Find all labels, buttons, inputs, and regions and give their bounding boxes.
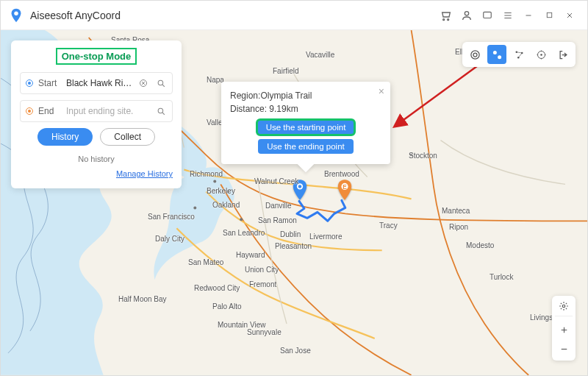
app-window: Aiseesoft AnyCoord (0, 0, 588, 376)
svg-point-19 (28, 110, 31, 113)
no-history-text: No history (20, 155, 173, 163)
search-start-icon[interactable] (154, 77, 168, 90)
app-title: Aiseesoft AnyCoord (30, 10, 121, 21)
mode-title: One-stop Mode (56, 48, 137, 65)
zoom-control (552, 296, 576, 361)
svg-rect-3 (547, 13, 551, 17)
clear-start-icon[interactable] (137, 77, 150, 90)
svg-point-7 (240, 218, 243, 221)
svg-point-1 (465, 11, 468, 15)
mode-modify-icon[interactable] (465, 45, 484, 64)
svg-point-5 (213, 180, 216, 182)
start-input[interactable]: Black Hawk Ridge Roa (66, 78, 132, 88)
svg-point-9 (410, 154, 413, 157)
start-field[interactable]: Start Black Hawk Ridge Roa (20, 72, 173, 94)
end-input[interactable]: Input ending site. (66, 106, 150, 116)
end-pin-small-icon (25, 107, 34, 116)
zoom-out-button[interactable] (555, 340, 573, 358)
popup-region: Region:Olympia Trail (230, 91, 381, 101)
mode-joystick-icon[interactable] (531, 45, 551, 64)
svg-point-0 (14, 11, 18, 15)
user-icon[interactable] (456, 5, 477, 26)
svg-point-6 (226, 190, 229, 193)
map-mode-toolbar (462, 42, 576, 67)
app-logo-icon (8, 7, 24, 24)
svg-point-28 (540, 54, 542, 56)
minimize-button[interactable] (518, 5, 539, 26)
end-label: End (38, 106, 62, 116)
popup-distance: Distance: 9.19km (230, 104, 381, 114)
svg-point-20 (158, 108, 163, 113)
history-button[interactable]: History (37, 128, 93, 146)
use-ending-point-button[interactable]: Use the ending point (258, 139, 354, 154)
svg-point-17 (158, 80, 163, 85)
maximize-button[interactable] (539, 5, 559, 26)
start-label: Start (38, 78, 62, 88)
start-pin-icon (292, 180, 308, 203)
svg-point-15 (28, 82, 31, 85)
svg-point-11 (298, 185, 302, 188)
map[interactable]: E Santa Rosa Napa Fairfield Vacaville El… (1, 30, 587, 375)
svg-rect-2 (484, 12, 492, 18)
end-pin-icon: E (337, 180, 353, 203)
svg-text:E: E (343, 184, 347, 191)
manage-history-link[interactable]: Manage History (116, 169, 173, 178)
popup-close-icon[interactable]: × (379, 86, 384, 96)
svg-point-22 (473, 53, 477, 57)
use-starting-point-button[interactable]: Use the starting point (257, 120, 355, 135)
zoom-in-button[interactable] (555, 321, 573, 338)
collect-button[interactable]: Collect (100, 128, 155, 146)
end-field[interactable]: End Input ending site. (20, 100, 173, 122)
svg-point-23 (470, 50, 478, 58)
mode-multistop-icon[interactable] (509, 45, 528, 64)
region-popup: × Region:Olympia Trail Distance: 9.19km … (221, 82, 390, 164)
mode-exit-icon[interactable] (553, 45, 573, 64)
mode-onestop-icon[interactable] (487, 45, 506, 64)
svg-point-8 (193, 206, 196, 209)
svg-point-29 (562, 305, 565, 308)
route-panel: One-stop Mode Start Black Hawk Ridge Roa… (11, 40, 182, 188)
close-button[interactable] (559, 5, 580, 26)
feedback-icon[interactable] (477, 5, 498, 26)
map-settings-icon[interactable] (555, 299, 573, 316)
start-pin-small-icon (25, 79, 34, 88)
titlebar: Aiseesoft AnyCoord (1, 1, 587, 30)
menu-icon[interactable] (498, 5, 518, 26)
search-end-icon[interactable] (154, 104, 168, 118)
cart-icon[interactable] (436, 5, 456, 26)
